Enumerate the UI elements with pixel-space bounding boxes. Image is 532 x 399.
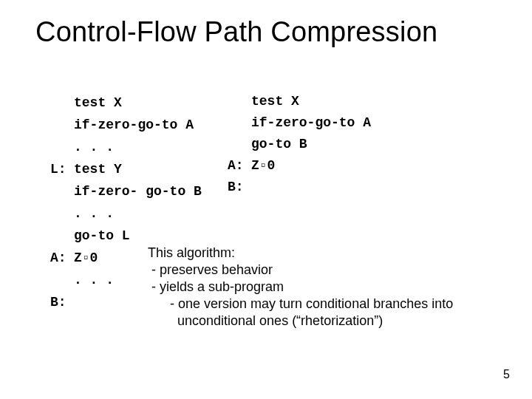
left-line-4: if-zero- go-to B [74, 184, 202, 199]
right-line-1: if-zero-go-to A [251, 115, 371, 130]
left-line-7: Z▫0 [74, 250, 98, 265]
left-line-6: go-to L [74, 228, 130, 243]
right-line-2: go-to B [251, 137, 307, 151]
algo-line-3: - one version may turn conditional branc… [148, 296, 453, 311]
left-line-2: . . . [74, 140, 114, 154]
left-line-5: . . . [74, 206, 114, 221]
right-label-A: A: [228, 155, 251, 177]
left-line-1: if-zero-go-to A [74, 117, 194, 132]
algo-line-0: This algorithm: [148, 245, 235, 260]
slide-title: Control-Flow Path Compression [35, 16, 437, 48]
left-line-3: test Y [74, 162, 122, 177]
algorithm-notes: This algorithm: - preserves behavior - y… [148, 228, 453, 330]
right-code-block: test X if-zero-go-to A go-to B A:Z▫0 B: [228, 69, 371, 198]
algo-line-4: unconditional ones (“rhetorization”) [148, 313, 383, 328]
left-line-0: test X [74, 95, 122, 110]
left-line-8: . . . [74, 273, 114, 287]
right-line-0: test X [251, 94, 299, 109]
page-number: 5 [503, 368, 510, 381]
slide: Control-Flow Path Compression test X if-… [0, 0, 532, 399]
algo-line-1: - preserves behavior [148, 262, 273, 277]
right-label-B: B: [228, 177, 251, 198]
left-label-L: L: [50, 158, 74, 180]
left-label-B: B: [50, 291, 74, 313]
algo-line-2: - yields a sub-program [148, 279, 284, 294]
right-line-3: Z▫0 [251, 158, 275, 173]
left-label-A: A: [50, 247, 74, 269]
